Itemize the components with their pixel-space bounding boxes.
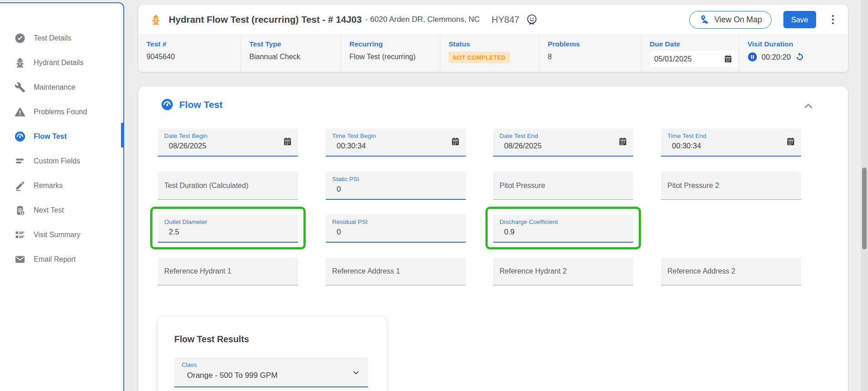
sidebar-item-maintenance[interactable]: Maintenance (0, 75, 123, 100)
check-circle-icon (15, 33, 25, 44)
sidebar-item-label: Hydrant Details (34, 59, 83, 67)
collapse-chevron-up-icon[interactable] (802, 101, 814, 111)
save-button[interactable]: Save (783, 11, 816, 28)
field-label: Static PSI (332, 176, 459, 183)
due-date-input[interactable]: 05/01/2025 (650, 51, 737, 67)
sidebar-item-hydrant-details[interactable]: Hydrant Details (0, 51, 123, 75)
field-static-psi[interactable]: Static PSI 0 (326, 172, 466, 200)
sidebar-item-custom-fields[interactable]: Custom Fields (0, 149, 123, 173)
calendar-icon[interactable] (618, 137, 627, 146)
field-label: Reference Address 2 (667, 267, 735, 275)
info-label-problems: Problems (548, 40, 641, 48)
sidebar-item-remarks[interactable]: Remarks (0, 173, 123, 198)
sidebar-item-label: Custom Fields (34, 157, 80, 165)
refresh-icon[interactable] (795, 52, 805, 62)
scrollbar-thumb[interactable] (862, 168, 867, 249)
field-value: 00:30:34 (337, 142, 459, 150)
field-label: Class (182, 361, 361, 368)
field-label: Discharge Coefficient (500, 218, 627, 225)
section-title: Flow Test (179, 99, 222, 110)
calendar-icon[interactable] (283, 137, 292, 146)
field-reference-address-2[interactable]: Reference Address 2 (661, 257, 801, 285)
field-value: 0.9 (504, 228, 627, 236)
hydrant-icon (150, 14, 161, 26)
field-label: Date Test Begin (164, 132, 292, 139)
visit-duration-value: 00:20:20 (762, 53, 791, 61)
info-label-test-type: Test Type (249, 40, 341, 48)
field-label: Outlet Diameter (164, 218, 292, 225)
calendar-icon[interactable] (724, 55, 732, 63)
field-value: 0 (337, 228, 459, 236)
field-value: 08/26/2025 (169, 142, 292, 150)
field-reference-hydrant-1[interactable]: Reference Hydrant 1 (158, 257, 298, 285)
scrollbar-track[interactable] (861, 0, 868, 391)
info-value-test-number: 9045640 (146, 53, 241, 61)
calendar-icon[interactable] (786, 137, 795, 146)
sidebar-item-problems-found[interactable]: Problems Found (0, 100, 123, 124)
field-label: Time Test End (667, 132, 795, 139)
gauge-icon (161, 98, 173, 111)
chevron-down-icon (351, 369, 361, 377)
sidebar-item-label: Test Details (34, 34, 71, 42)
calendar-icon[interactable] (451, 137, 460, 146)
field-value: 2.5 (169, 228, 292, 236)
field-discharge-coefficient[interactable]: Discharge Coefficient 0.9 (493, 214, 633, 243)
field-outlet-diameter[interactable]: Outlet Diameter 2.5 (158, 214, 298, 243)
field-time-test-begin[interactable]: Time Test Begin 00:30:34 (326, 128, 466, 157)
field-test-duration[interactable]: Test Duration (Calculated) (158, 172, 298, 200)
warning-triangle-icon (15, 107, 25, 117)
field-label: Time Test Begin (332, 132, 459, 139)
bars-icon (15, 156, 25, 167)
status-badge: NOT COMPLETED (449, 52, 510, 63)
field-reference-hydrant-2[interactable]: Reference Hydrant 2 (493, 257, 633, 285)
sidebar-item-email-report[interactable]: Email Report (0, 247, 123, 272)
pencil-icon (15, 180, 25, 191)
pause-icon[interactable] (747, 52, 757, 62)
page-address: - 6020 Arden DR, Clemmons, NC (365, 15, 479, 24)
map-pin-icon (699, 15, 710, 25)
field-label: Reference Hydrant 2 (500, 267, 567, 275)
sidebar-item-test-details[interactable]: Test Details (0, 26, 123, 51)
waze-icon[interactable] (526, 13, 538, 26)
sidebar-item-visit-summary[interactable]: Visit Summary (0, 223, 123, 247)
field-value: 00:30:34 (672, 142, 795, 150)
field-value: Orange - 500 To 999 GPM (187, 371, 361, 380)
field-date-test-begin[interactable]: Date Test Begin 08/26/2025 (158, 128, 298, 157)
sidebar-item-next-test[interactable]: Next Test (0, 198, 123, 223)
field-value: 08/26/2025 (504, 142, 627, 150)
info-value-problems: 8 (548, 53, 641, 61)
info-label-visit-duration: Visit Duration (747, 40, 848, 48)
gauge-icon (15, 131, 25, 142)
info-strip: Test # 9045640 Test Type Biannual Check … (138, 35, 848, 72)
sidebar-item-label: Remarks (34, 182, 63, 190)
class-select[interactable]: Class Orange - 500 To 999 GPM (174, 357, 368, 387)
field-reference-address-1[interactable]: Reference Address 1 (326, 257, 466, 285)
sidebar-item-flow-test[interactable]: Flow Test (0, 124, 123, 149)
sidebar-item-label: Email Report (34, 255, 76, 264)
sidebar-item-label: Problems Found (34, 108, 87, 116)
view-on-map-label: View On Map (714, 15, 762, 25)
flow-test-card: Flow Test Date Test Begin 08/26/2025 Tim… (138, 86, 848, 391)
info-label-due-date: Due Date (650, 40, 739, 48)
sidebar-item-label: Next Test (34, 206, 64, 214)
sidebar-item-label: Visit Summary (34, 231, 81, 239)
field-residual-psi[interactable]: Residual PSI 0 (326, 214, 466, 243)
field-label: Reference Address 1 (332, 267, 400, 275)
field-pitot-pressure-2[interactable]: Pitot Pressure 2 (661, 172, 801, 200)
field-label: Pitot Pressure (500, 182, 545, 190)
asset-id: HY847 (491, 15, 519, 25)
results-title: Flow Test Results (174, 334, 387, 345)
kebab-menu-icon[interactable] (830, 13, 837, 27)
field-date-test-end[interactable]: Date Test End 08/26/2025 (493, 128, 633, 157)
info-label-status: Status (449, 40, 539, 48)
sidebar: Test Details Hydrant Details Maintenance… (0, 2, 124, 391)
info-label-test-number: Test # (146, 40, 241, 48)
flow-test-results-card: Flow Test Results Class Orange - 500 To … (158, 317, 387, 391)
page-title: Hydrant Flow Test (recurring) Test - # 1… (169, 14, 362, 25)
view-on-map-button[interactable]: View On Map (689, 11, 772, 29)
field-label: Test Duration (Calculated) (164, 182, 248, 190)
field-pitot-pressure[interactable]: Pitot Pressure (493, 172, 633, 200)
sidebar-item-label: Flow Test (34, 132, 67, 141)
field-value: 0 (337, 185, 459, 193)
field-time-test-end[interactable]: Time Test End 00:30:34 (661, 128, 801, 157)
